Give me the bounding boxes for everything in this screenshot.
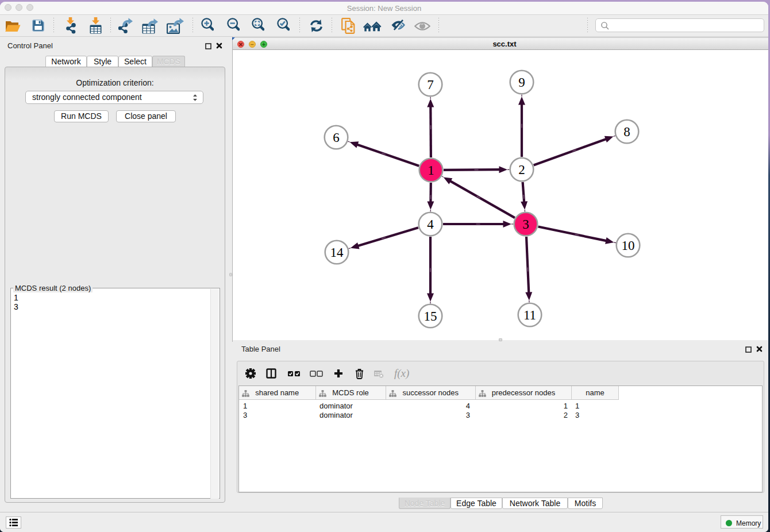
svg-text:10: 10 xyxy=(622,238,635,253)
svg-text:1: 1 xyxy=(428,163,434,178)
svg-text:11: 11 xyxy=(523,308,536,322)
svg-text:8: 8 xyxy=(623,125,630,139)
svg-text:7: 7 xyxy=(427,78,434,92)
svg-text:6: 6 xyxy=(333,130,340,145)
svg-text:15: 15 xyxy=(424,309,437,323)
svg-text:4: 4 xyxy=(427,217,434,232)
svg-text:2: 2 xyxy=(518,163,525,177)
svg-text:3: 3 xyxy=(522,217,529,232)
svg-text:9: 9 xyxy=(518,75,525,90)
svg-text:14: 14 xyxy=(330,245,344,260)
